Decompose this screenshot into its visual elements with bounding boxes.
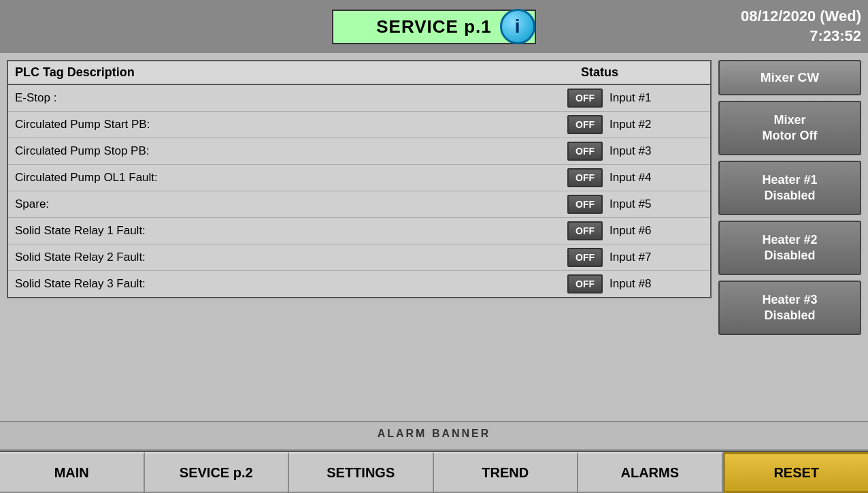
input-label: Input #1 <box>610 91 651 105</box>
nav-settings[interactable]: SETTINGS <box>289 452 434 493</box>
off-button[interactable]: OFF <box>567 248 603 267</box>
time-display: 7:23:52 <box>741 27 861 46</box>
off-button[interactable]: OFF <box>567 221 603 240</box>
table-row: Solid State Relay 1 Fault: OFF Input #6 <box>8 218 710 244</box>
input-label: Input #8 <box>610 277 651 291</box>
row-desc: Spare: <box>15 197 567 211</box>
table-rows: E-Stop : OFF Input #1 Circulated Pump St… <box>8 85 710 297</box>
bottom-nav: MAIN SEVICE p.2 SETTINGS TREND ALARMS RE… <box>0 451 868 493</box>
heater2-label: Heater #2 Disabled <box>762 232 817 264</box>
input-label: Input #3 <box>610 144 651 158</box>
row-desc: Solid State Relay 1 Fault: <box>15 224 567 238</box>
input-label: Input #2 <box>610 118 651 131</box>
col-status-header: Status <box>567 65 703 80</box>
heater3-button[interactable]: Heater #3 Disabled <box>718 281 861 335</box>
input-label: Input #5 <box>610 197 651 211</box>
datetime-display: 08/12/2020 (Wed) 7:23:52 <box>741 7 861 46</box>
nav-main[interactable]: MAIN <box>0 452 145 493</box>
header: SERVICE p.1 i 08/12/2020 (Wed) 7:23:52 <box>0 0 868 53</box>
main-area: PLC Tag Description Status E-Stop : OFF … <box>0 53 868 421</box>
alarm-banner-text: ALARM BANNER <box>378 428 491 439</box>
plc-table-container: PLC Tag Description Status E-Stop : OFF … <box>7 60 712 414</box>
heater3-label: Heater #3 Disabled <box>762 292 817 324</box>
table-header: PLC Tag Description Status <box>8 61 710 85</box>
off-button[interactable]: OFF <box>567 115 603 134</box>
heater2-button[interactable]: Heater #2 Disabled <box>718 221 861 275</box>
off-button[interactable]: OFF <box>567 89 603 108</box>
row-status-group: OFF Input #7 <box>567 248 703 267</box>
row-status-group: OFF Input #2 <box>567 115 703 134</box>
page-title: SERVICE p.1 <box>376 16 491 37</box>
right-panel: Mixer CW Mixer Motor Off Heater #1 Disab… <box>718 60 861 414</box>
date-display: 08/12/2020 (Wed) <box>741 7 861 27</box>
row-desc: Circulated Pump Start PB: <box>15 118 567 131</box>
table-row: Spare: OFF Input #5 <box>8 191 710 218</box>
info-button[interactable]: i <box>500 9 535 44</box>
off-button[interactable]: OFF <box>567 195 603 214</box>
row-desc: Solid State Relay 3 Fault: <box>15 277 567 291</box>
nav-trend[interactable]: TREND <box>434 452 579 493</box>
table-row: E-Stop : OFF Input #1 <box>8 85 710 112</box>
table-row: Circulated Pump OL1 Fault: OFF Input #4 <box>8 165 710 191</box>
table-row: Circulated Pump Stop PB: OFF Input #3 <box>8 138 710 165</box>
row-status-group: OFF Input #6 <box>567 221 703 240</box>
row-status-group: OFF Input #8 <box>567 274 703 293</box>
row-desc: E-Stop : <box>15 91 567 105</box>
row-status-group: OFF Input #1 <box>567 89 703 108</box>
off-button[interactable]: OFF <box>567 274 603 293</box>
mixer-cw-label: Mixer CW <box>761 70 820 85</box>
input-label: Input #7 <box>610 251 651 264</box>
input-label: Input #6 <box>610 224 651 238</box>
table-row: Solid State Relay 2 Fault: OFF Input #7 <box>8 244 710 271</box>
row-status-group: OFF Input #4 <box>567 168 703 187</box>
off-button[interactable]: OFF <box>567 142 603 161</box>
col-desc-header: PLC Tag Description <box>15 65 567 80</box>
row-status-group: OFF Input #5 <box>567 195 703 214</box>
input-label: Input #4 <box>610 171 651 185</box>
mixer-motor-off-label: Mixer Motor Off <box>763 112 818 144</box>
heater1-button[interactable]: Heater #1 Disabled <box>718 161 861 215</box>
mixer-cw-button[interactable]: Mixer CW <box>718 60 861 95</box>
row-desc: Solid State Relay 2 Fault: <box>15 251 567 264</box>
plc-table: PLC Tag Description Status E-Stop : OFF … <box>7 60 712 298</box>
mixer-motor-off-button[interactable]: Mixer Motor Off <box>718 101 861 155</box>
nav-service2[interactable]: SEVICE p.2 <box>145 452 290 493</box>
nav-alarms[interactable]: ALARMS <box>578 452 723 493</box>
nav-reset[interactable]: RESET <box>723 452 869 493</box>
row-status-group: OFF Input #3 <box>567 142 703 161</box>
off-button[interactable]: OFF <box>567 168 603 187</box>
heater1-label: Heater #1 Disabled <box>762 172 817 204</box>
table-row: Solid State Relay 3 Fault: OFF Input #8 <box>8 271 710 297</box>
row-desc: Circulated Pump Stop PB: <box>15 144 567 158</box>
row-desc: Circulated Pump OL1 Fault: <box>15 171 567 185</box>
alarm-banner: ALARM BANNER <box>0 421 868 451</box>
table-row: Circulated Pump Start PB: OFF Input #2 <box>8 112 710 138</box>
